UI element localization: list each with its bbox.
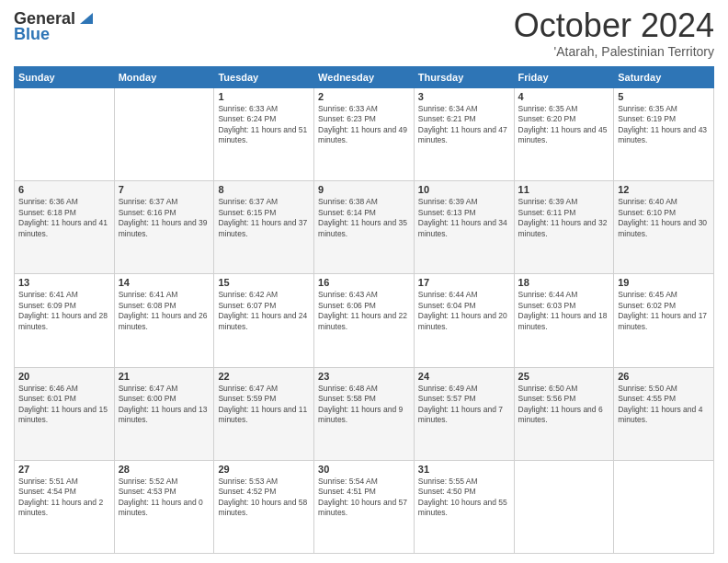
header-monday: Monday bbox=[114, 67, 214, 88]
svg-marker-0 bbox=[80, 13, 93, 24]
day-number: 25 bbox=[518, 371, 610, 382]
header-friday: Friday bbox=[514, 67, 614, 88]
calendar-week-0: 1Sunrise: 6:33 AMSunset: 6:24 PMDaylight… bbox=[15, 88, 714, 181]
calendar-cell bbox=[114, 88, 214, 181]
cell-info: Sunrise: 6:41 AMSunset: 6:09 PMDaylight:… bbox=[18, 290, 108, 330]
calendar-cell: 15Sunrise: 6:42 AMSunset: 6:07 PMDayligh… bbox=[214, 274, 314, 367]
calendar-cell: 13Sunrise: 6:41 AMSunset: 6:09 PMDayligh… bbox=[15, 274, 115, 367]
cell-info: Sunrise: 6:39 AMSunset: 6:11 PMDaylight:… bbox=[518, 197, 608, 237]
calendar-cell: 29Sunrise: 5:53 AMSunset: 4:52 PMDayligh… bbox=[214, 460, 314, 553]
cell-info: Sunrise: 5:53 AMSunset: 4:52 PMDaylight:… bbox=[218, 477, 307, 517]
day-number: 2 bbox=[318, 91, 410, 102]
header: General Blue October 2024 'Atarah, Pales… bbox=[14, 9, 714, 59]
cell-info: Sunrise: 6:44 AMSunset: 6:03 PMDaylight:… bbox=[518, 290, 608, 330]
cell-info: Sunrise: 6:35 AMSunset: 6:20 PMDaylight:… bbox=[518, 104, 608, 144]
cell-info: Sunrise: 6:44 AMSunset: 6:04 PMDaylight:… bbox=[418, 290, 507, 330]
calendar-cell: 1Sunrise: 6:33 AMSunset: 6:24 PMDaylight… bbox=[214, 88, 314, 181]
cell-info: Sunrise: 6:48 AMSunset: 5:58 PMDaylight:… bbox=[318, 384, 403, 424]
calendar-cell: 18Sunrise: 6:44 AMSunset: 6:03 PMDayligh… bbox=[514, 274, 614, 367]
day-number: 23 bbox=[318, 371, 410, 382]
calendar-cell: 5Sunrise: 6:35 AMSunset: 6:19 PMDaylight… bbox=[614, 88, 714, 181]
page: General Blue October 2024 'Atarah, Pales… bbox=[0, 0, 728, 563]
calendar-cell: 2Sunrise: 6:33 AMSunset: 6:23 PMDaylight… bbox=[314, 88, 415, 181]
cell-info: Sunrise: 5:55 AMSunset: 4:50 PMDaylight:… bbox=[418, 477, 507, 517]
cell-info: Sunrise: 6:38 AMSunset: 6:14 PMDaylight:… bbox=[318, 197, 407, 237]
calendar-cell: 10Sunrise: 6:39 AMSunset: 6:13 PMDayligh… bbox=[414, 181, 514, 274]
cell-info: Sunrise: 6:49 AMSunset: 5:57 PMDaylight:… bbox=[418, 384, 503, 424]
cell-info: Sunrise: 6:34 AMSunset: 6:21 PMDaylight:… bbox=[418, 104, 507, 144]
cell-info: Sunrise: 5:52 AMSunset: 4:53 PMDaylight:… bbox=[119, 477, 203, 517]
day-number: 17 bbox=[418, 277, 510, 288]
header-sunday: Sunday bbox=[15, 67, 115, 88]
calendar-cell: 4Sunrise: 6:35 AMSunset: 6:20 PMDaylight… bbox=[514, 88, 614, 181]
calendar-cell: 19Sunrise: 6:45 AMSunset: 6:02 PMDayligh… bbox=[614, 274, 714, 367]
day-number: 22 bbox=[218, 371, 310, 382]
day-number: 3 bbox=[418, 91, 510, 102]
calendar-cell bbox=[514, 460, 614, 553]
day-number: 26 bbox=[618, 371, 710, 382]
cell-info: Sunrise: 6:39 AMSunset: 6:13 PMDaylight:… bbox=[418, 197, 507, 237]
day-number: 28 bbox=[119, 464, 210, 475]
day-number: 6 bbox=[18, 184, 110, 195]
day-number: 31 bbox=[418, 464, 510, 475]
cell-info: Sunrise: 6:47 AMSunset: 6:00 PMDaylight:… bbox=[119, 384, 208, 424]
day-number: 12 bbox=[618, 184, 710, 195]
cell-info: Sunrise: 6:42 AMSunset: 6:07 PMDaylight:… bbox=[218, 290, 307, 330]
cell-info: Sunrise: 6:33 AMSunset: 6:24 PMDaylight:… bbox=[218, 104, 307, 144]
calendar-cell: 6Sunrise: 6:36 AMSunset: 6:18 PMDaylight… bbox=[15, 181, 115, 274]
day-number: 10 bbox=[418, 184, 510, 195]
header-thursday: Thursday bbox=[414, 67, 514, 88]
calendar-cell: 21Sunrise: 6:47 AMSunset: 6:00 PMDayligh… bbox=[114, 367, 214, 460]
cell-info: Sunrise: 6:43 AMSunset: 6:06 PMDaylight:… bbox=[318, 290, 407, 330]
cell-info: Sunrise: 6:40 AMSunset: 6:10 PMDaylight:… bbox=[618, 197, 707, 237]
cell-info: Sunrise: 5:50 AMSunset: 4:55 PMDaylight:… bbox=[618, 384, 702, 424]
day-number: 9 bbox=[318, 184, 410, 195]
day-number: 7 bbox=[119, 184, 210, 195]
calendar-week-4: 27Sunrise: 5:51 AMSunset: 4:54 PMDayligh… bbox=[15, 460, 714, 553]
calendar-week-2: 13Sunrise: 6:41 AMSunset: 6:09 PMDayligh… bbox=[15, 274, 714, 367]
cell-info: Sunrise: 6:47 AMSunset: 5:59 PMDaylight:… bbox=[218, 384, 307, 424]
header-tuesday: Tuesday bbox=[214, 67, 314, 88]
location: 'Atarah, Palestinian Territory bbox=[514, 44, 714, 59]
logo-blue: Blue bbox=[14, 25, 50, 44]
cell-info: Sunrise: 5:51 AMSunset: 4:54 PMDaylight:… bbox=[18, 477, 103, 517]
cell-info: Sunrise: 5:54 AMSunset: 4:51 PMDaylight:… bbox=[318, 477, 407, 517]
day-number: 24 bbox=[418, 371, 510, 382]
cell-info: Sunrise: 6:33 AMSunset: 6:23 PMDaylight:… bbox=[318, 104, 407, 144]
calendar-week-3: 20Sunrise: 6:46 AMSunset: 6:01 PMDayligh… bbox=[15, 367, 714, 460]
calendar-cell: 14Sunrise: 6:41 AMSunset: 6:08 PMDayligh… bbox=[114, 274, 214, 367]
day-number: 11 bbox=[518, 184, 610, 195]
calendar-cell: 25Sunrise: 6:50 AMSunset: 5:56 PMDayligh… bbox=[514, 367, 614, 460]
calendar-cell: 22Sunrise: 6:47 AMSunset: 5:59 PMDayligh… bbox=[214, 367, 314, 460]
calendar-cell: 11Sunrise: 6:39 AMSunset: 6:11 PMDayligh… bbox=[514, 181, 614, 274]
day-number: 20 bbox=[18, 371, 110, 382]
cell-info: Sunrise: 6:46 AMSunset: 6:01 PMDaylight:… bbox=[18, 384, 108, 424]
month-title: October 2024 bbox=[514, 9, 714, 42]
calendar-cell: 20Sunrise: 6:46 AMSunset: 6:01 PMDayligh… bbox=[15, 367, 115, 460]
calendar-cell: 30Sunrise: 5:54 AMSunset: 4:51 PMDayligh… bbox=[314, 460, 415, 553]
day-number: 4 bbox=[518, 91, 610, 102]
calendar-cell: 26Sunrise: 5:50 AMSunset: 4:55 PMDayligh… bbox=[614, 367, 714, 460]
day-number: 1 bbox=[218, 91, 310, 102]
cell-info: Sunrise: 6:45 AMSunset: 6:02 PMDaylight:… bbox=[618, 290, 707, 330]
day-number: 29 bbox=[218, 464, 310, 475]
day-number: 15 bbox=[218, 277, 310, 288]
calendar-cell: 9Sunrise: 6:38 AMSunset: 6:14 PMDaylight… bbox=[314, 181, 415, 274]
calendar-cell: 3Sunrise: 6:34 AMSunset: 6:21 PMDaylight… bbox=[414, 88, 514, 181]
logo-triangle-icon bbox=[76, 9, 93, 26]
day-number: 21 bbox=[119, 371, 210, 382]
day-number: 13 bbox=[18, 277, 110, 288]
day-number: 27 bbox=[18, 464, 110, 475]
day-number: 19 bbox=[618, 277, 710, 288]
calendar-cell: 17Sunrise: 6:44 AMSunset: 6:04 PMDayligh… bbox=[414, 274, 514, 367]
header-wednesday: Wednesday bbox=[314, 67, 415, 88]
cell-info: Sunrise: 6:50 AMSunset: 5:56 PMDaylight:… bbox=[518, 384, 603, 424]
calendar-cell: 12Sunrise: 6:40 AMSunset: 6:10 PMDayligh… bbox=[614, 181, 714, 274]
cell-info: Sunrise: 6:35 AMSunset: 6:19 PMDaylight:… bbox=[618, 104, 707, 144]
calendar-cell: 31Sunrise: 5:55 AMSunset: 4:50 PMDayligh… bbox=[414, 460, 514, 553]
cell-info: Sunrise: 6:36 AMSunset: 6:18 PMDaylight:… bbox=[18, 197, 108, 237]
calendar-cell: 24Sunrise: 6:49 AMSunset: 5:57 PMDayligh… bbox=[414, 367, 514, 460]
day-number: 18 bbox=[518, 277, 610, 288]
day-number: 14 bbox=[119, 277, 210, 288]
calendar-header-row: Sunday Monday Tuesday Wednesday Thursday… bbox=[15, 67, 714, 88]
